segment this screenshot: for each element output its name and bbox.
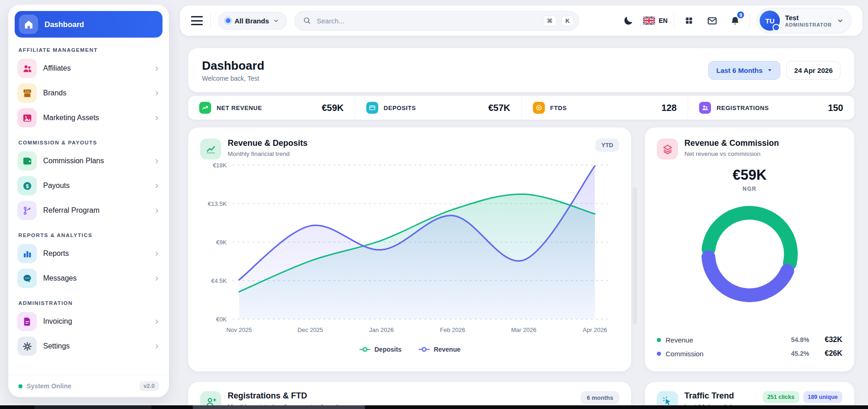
sidebar-item-payouts[interactable]: $Payouts (15, 173, 162, 198)
donut-legend-commission: Commission45.2%€26K (657, 347, 842, 360)
sidebar-item-messages[interactable]: Messages (15, 266, 162, 291)
welcome-text: Welcome back, Test (202, 75, 264, 82)
search-bar[interactable]: ⌘ K (294, 11, 579, 31)
legend-value: €26K (814, 349, 842, 358)
svg-text:$: $ (26, 183, 29, 188)
svg-text:€18K: €18K (213, 162, 227, 169)
legend-percent: 45.2% (791, 350, 809, 357)
user-name: Test (785, 14, 832, 22)
ngr-label: NGR (657, 186, 842, 192)
stat-value: 150 (828, 103, 843, 113)
legend-dot-icon (657, 352, 661, 356)
stats-bar: NET REVENUE€59KDEPOSITS€57KFTDS128REGIST… (188, 96, 854, 120)
clicks-badge: 251 clicks (763, 391, 799, 403)
legend-percent: 54.8% (791, 336, 809, 343)
sidebar-footer: System Online v2.0 (8, 375, 169, 397)
system-status: System Online (27, 382, 135, 390)
chevron-right-icon (154, 158, 160, 164)
stat-label: NET REVENUE (217, 105, 262, 111)
stat-value: 128 (661, 103, 677, 113)
sidebar-item-dashboard[interactable]: Dashboard (15, 11, 162, 38)
stat-label: DEPOSITS (384, 105, 416, 111)
referral-program-icon (17, 201, 37, 220)
stat-ftds: FTDS128 (521, 96, 688, 120)
envelope-icon (707, 16, 717, 26)
brand-filter-dropdown[interactable]: All Brands (218, 12, 287, 30)
home-icon (19, 15, 38, 34)
chevron-right-icon (154, 115, 160, 121)
shortcut-cmd-key: ⌘ (543, 16, 557, 26)
section-label-affiliate-management: AFFILIATE MANAGEMENT (18, 47, 159, 53)
revenue-deposits-chart: €0K€4.5K€9K€13.5K€18KNov 2025Dec 2025Jan… (200, 160, 619, 342)
unique-badge: 189 unique (803, 391, 842, 403)
section-label-administration: ADMINISTRATION (18, 300, 159, 306)
version-badge: v2.0 (140, 381, 159, 391)
moon-icon (623, 15, 634, 26)
sidebar-item-invoicing[interactable]: Invoicing (15, 309, 162, 334)
search-input[interactable] (316, 17, 538, 25)
stat-label: FTDS (550, 105, 567, 111)
brand-dot-icon (226, 18, 230, 23)
scrollbar-thumb[interactable] (633, 187, 637, 325)
marketing-assets-icon (17, 108, 37, 127)
chart-subtitle: Monthly financial trend (228, 150, 308, 157)
dark-mode-toggle[interactable] (620, 12, 637, 29)
page-title: Dashboard (202, 59, 264, 73)
layers-icon (657, 138, 678, 160)
menu-toggle-button[interactable] (191, 16, 203, 25)
legend-marker-icon (418, 347, 430, 352)
user-menu[interactable]: TU Test ADMINISTRATOR (756, 8, 851, 33)
chevron-right-icon (154, 66, 160, 72)
messages-button[interactable] (704, 12, 720, 29)
traffic-card-title: Traffic Trend (684, 391, 736, 401)
chevron-right-icon (154, 251, 160, 257)
sidebar-item-label: Messages (43, 274, 147, 282)
search-icon (303, 17, 311, 25)
legend-dot-icon (657, 338, 661, 342)
chart-legend: DepositsRevenue (200, 346, 619, 353)
date-range-dropdown[interactable]: Last 6 Months (708, 61, 780, 80)
divider (674, 14, 674, 28)
legend-name: Revenue (666, 336, 693, 344)
sidebar-item-settings[interactable]: Settings (15, 334, 162, 359)
topbar: All Brands ⌘ K EN (180, 6, 862, 36)
legend-revenue[interactable]: Revenue (418, 346, 460, 353)
date-range-label: Last 6 Months (716, 66, 762, 74)
sidebar-item-label: Affiliates (43, 64, 147, 72)
stat-deposits: DEPOSITS€57K (355, 96, 521, 120)
taskbar (0, 405, 868, 409)
sidebar-item-label: Referral Program (43, 206, 147, 215)
sidebar-item-marketing-assets[interactable]: Marketing Assets (15, 105, 162, 130)
payouts-icon: $ (17, 176, 37, 195)
stat-net-revenue: NET REVENUE€59K (188, 96, 355, 120)
ftds-icon (533, 102, 545, 114)
date-picker-button[interactable]: 24 Apr 2026 (786, 61, 840, 80)
sidebar-item-affiliates[interactable]: Affiliates (15, 56, 162, 81)
chevron-down-icon (837, 17, 844, 24)
svg-text:€4.5K: €4.5K (211, 277, 227, 284)
sidebar-item-referral-program[interactable]: Referral Program (15, 198, 162, 223)
net-revenue-icon (199, 102, 211, 114)
revenue-deposits-card: Revenue & Deposits Monthly financial tre… (188, 127, 631, 371)
sidebar-sections: AFFILIATE MANAGEMENTAffiliatesBrandsMark… (15, 47, 162, 359)
messages-icon (17, 269, 37, 288)
donut-legend: Revenue54.8%€32KCommission45.2%€26K (657, 333, 842, 360)
six-months-badge: 6 months (581, 391, 619, 404)
sidebar-item-commission-plans[interactable]: Commission Plans (15, 149, 162, 173)
legend-deposits[interactable]: Deposits (359, 346, 402, 353)
sidebar-item-reports[interactable]: Reports (15, 241, 162, 266)
status-dot-icon (18, 384, 22, 388)
apps-grid-button[interactable] (681, 12, 697, 29)
notifications-button[interactable]: 9 (727, 12, 743, 29)
line-chart-icon (200, 138, 221, 160)
donut-legend-revenue: Revenue54.8%€32K (657, 333, 842, 347)
language-selector[interactable]: EN (643, 17, 667, 25)
sidebar-item-label: Reports (43, 249, 147, 258)
ytd-badge: YTD (595, 138, 619, 152)
sidebar-item-brands[interactable]: Brands (15, 81, 162, 105)
language-label: EN (659, 17, 667, 24)
svg-text:Mar 2026: Mar 2026 (511, 326, 537, 333)
reports-icon (17, 244, 37, 263)
affiliates-icon (17, 59, 37, 78)
deposits-icon (366, 102, 378, 114)
